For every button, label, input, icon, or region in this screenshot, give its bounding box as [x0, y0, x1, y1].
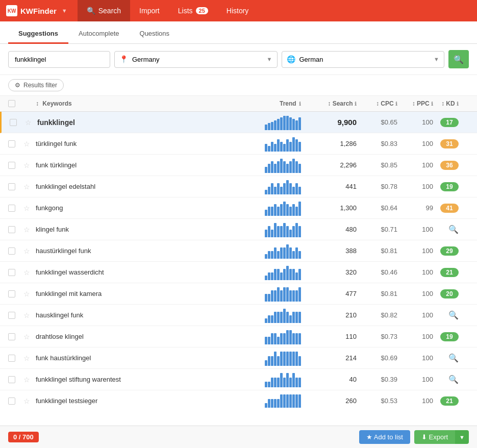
cpc-value: $0.81: [381, 247, 397, 255]
star-icon[interactable]: ☆: [23, 226, 30, 234]
star-icon[interactable]: ☆: [25, 118, 32, 127]
star-icon[interactable]: ☆: [23, 290, 30, 298]
row-checkbox[interactable]: [10, 119, 17, 126]
export-button-wrap: ⬇ Export ▼: [414, 430, 469, 444]
nav-item-search[interactable]: 🔍 Search: [78, 0, 130, 21]
table-row[interactable]: ☆ funk haustürklingel 214 $0.69 100 🔍: [0, 347, 477, 369]
table-row[interactable]: ☆ hausklingel funk 210 $0.82 100 🔍: [0, 305, 477, 326]
search-value: 1,300: [340, 204, 357, 212]
row-search: 477: [316, 290, 357, 297]
export-dropdown-button[interactable]: ▼: [455, 430, 469, 444]
kd-badge: 29: [440, 246, 459, 256]
brand-dropdown-icon[interactable]: ▼: [62, 8, 67, 14]
row-keyword: klingel funk: [36, 226, 265, 233]
tab-questions[interactable]: Questions: [130, 26, 180, 44]
nav-item-lists[interactable]: Lists 25: [169, 0, 217, 21]
add-to-list-button[interactable]: ★ Add to list: [359, 430, 410, 444]
table-row[interactable]: ☆ funkklingel mit kamera 477 $0.81 100 2…: [0, 283, 477, 305]
kd-badge: 19: [440, 332, 459, 341]
search-button[interactable]: 🔍: [448, 50, 469, 68]
location-select[interactable]: Germany United States United Kingdom: [114, 51, 278, 68]
table-row[interactable]: ☆ haustürklingel funk 388 $0.81 100 29: [0, 240, 477, 262]
nav-item-history[interactable]: History: [217, 0, 258, 21]
language-select[interactable]: German English French: [282, 51, 445, 68]
table-row[interactable]: ☆ türklingel funk 1,286 $0.83 100 31: [0, 133, 477, 155]
row-star: ☆: [23, 268, 36, 277]
table-row[interactable]: ☆ funkklingel wasserdicht 320 $0.46 100 …: [0, 262, 477, 283]
cpc-value: $0.65: [381, 118, 397, 126]
row-checkbox[interactable]: [8, 269, 15, 276]
star-icon[interactable]: ☆: [23, 333, 30, 341]
tab-autocomplete[interactable]: Autocomplete: [68, 26, 130, 44]
kd-badge: 41: [440, 204, 459, 213]
row-keyword: funkklingel testsieger: [36, 397, 265, 405]
row-checkbox[interactable]: [8, 226, 15, 233]
col-ppc-header[interactable]: ↕ PPC ℹ: [397, 100, 433, 107]
select-all-checkbox[interactable]: [8, 100, 15, 107]
col-keyword-header[interactable]: ↕ Keywords: [36, 100, 265, 107]
search-value: 9,900: [337, 118, 357, 127]
keyword-input-wrap: [8, 51, 110, 68]
row-search: 40: [316, 376, 357, 383]
ppc-value: 100: [422, 333, 433, 340]
table-row[interactable]: ☆ funkklingel 9,900 $0.65 100 17: [0, 112, 477, 133]
star-icon[interactable]: ☆: [23, 354, 30, 362]
row-checkbox[interactable]: [8, 397, 15, 405]
row-trend: [265, 243, 316, 259]
keyword-text: funk türklingel: [36, 161, 77, 169]
keyword-text: haustürklingel funk: [36, 247, 91, 255]
search-value: 1,286: [340, 140, 357, 147]
row-checkbox[interactable]: [8, 355, 15, 362]
row-search: 210: [316, 311, 357, 319]
search-nav-icon: 🔍: [87, 7, 95, 15]
star-icon[interactable]: ☆: [23, 376, 30, 384]
keyword-input[interactable]: [8, 51, 110, 68]
trend-info-icon: ℹ: [299, 101, 301, 107]
row-kd: 20: [433, 289, 469, 298]
table-row[interactable]: ☆ funk türklingel 2,296 $0.85 100 36: [0, 155, 477, 176]
row-cpc: $0.81: [357, 247, 397, 255]
ppc-value: 100: [422, 161, 433, 169]
row-checkbox[interactable]: [8, 376, 15, 383]
row-checkbox[interactable]: [8, 312, 15, 319]
kd-sort-icon: ↕: [441, 100, 444, 107]
brand-logo-area: KW KWFinder ▼: [6, 5, 67, 16]
row-checkbox[interactable]: [8, 140, 15, 147]
row-checkbox[interactable]: [8, 290, 15, 297]
col-cpc-header[interactable]: ↕ CPC ℹ: [357, 100, 397, 107]
table-header: ↕ Keywords Trend ℹ ↕ Search ℹ ↕ CPC ℹ ↕ …: [0, 96, 477, 112]
table-row[interactable]: ☆ drahtlose klingel 110 $0.73 100 19: [0, 326, 477, 347]
table-row[interactable]: ☆ funkklingel edelstahl 441 $0.78 100 19: [0, 176, 477, 197]
cpc-value: $0.69: [381, 354, 397, 362]
row-checkbox[interactable]: [8, 183, 15, 190]
row-search: 110: [316, 333, 357, 340]
star-icon[interactable]: ☆: [23, 247, 30, 255]
export-button[interactable]: ⬇ Export: [414, 430, 455, 444]
row-checkbox[interactable]: [8, 247, 15, 255]
star-icon[interactable]: ☆: [23, 140, 30, 148]
ppc-value: 100: [422, 226, 433, 233]
star-icon[interactable]: ☆: [23, 161, 30, 169]
star-icon[interactable]: ☆: [23, 311, 30, 319]
kd-badge: 17: [440, 118, 459, 127]
row-keyword: funkklingel mit kamera: [36, 290, 265, 297]
results-filter-button[interactable]: ⚙ Results filter: [8, 79, 64, 91]
table-row[interactable]: ☆ funkgong 1,300 $0.64 99 41: [0, 197, 477, 219]
table-row[interactable]: ☆ klingel funk 480 $0.71 100 🔍: [0, 219, 477, 240]
nav-item-import[interactable]: Import: [130, 0, 169, 21]
col-kd-header[interactable]: ↕ KD ℹ: [433, 100, 469, 107]
row-checkbox[interactable]: [8, 205, 15, 212]
star-icon[interactable]: ☆: [23, 204, 30, 212]
col-search-header[interactable]: ↕ Search ℹ: [316, 100, 357, 107]
star-icon[interactable]: ☆: [23, 397, 30, 405]
star-icon[interactable]: ☆: [23, 183, 30, 191]
star-icon[interactable]: ☆: [23, 268, 30, 277]
row-cpc: $0.39: [357, 376, 397, 383]
row-trend: [265, 115, 316, 130]
row-search: 1,286: [316, 140, 357, 147]
row-checkbox[interactable]: [8, 333, 15, 340]
table-row[interactable]: ☆ funkklingel stiftung warentest 40 $0.3…: [0, 369, 477, 390]
table-row[interactable]: ☆ funkklingel testsieger 260 $0.53 100 2…: [0, 390, 477, 408]
row-checkbox[interactable]: [8, 162, 15, 169]
tab-suggestions[interactable]: Suggestions: [8, 26, 68, 44]
